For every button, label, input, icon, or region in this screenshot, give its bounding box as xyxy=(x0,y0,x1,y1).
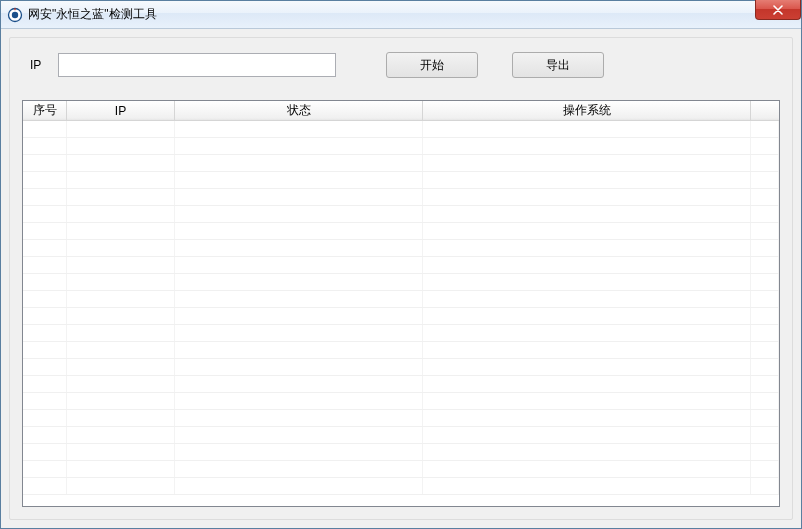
table-cell-empty xyxy=(67,206,175,222)
table-cell-empty xyxy=(175,444,423,460)
table-cell-empty xyxy=(175,138,423,154)
table-cell-empty xyxy=(423,121,751,137)
col-header-os[interactable]: 操作系统 xyxy=(423,101,751,120)
table-cell-empty xyxy=(751,155,779,171)
table-cell-empty xyxy=(67,138,175,154)
table-row-empty xyxy=(23,155,779,172)
table-cell-empty xyxy=(751,172,779,188)
table-row-empty xyxy=(23,291,779,308)
table-row-empty xyxy=(23,223,779,240)
table-cell-empty xyxy=(175,155,423,171)
client-area: IP 开始 导出 序号 IP 状态 操作系统 xyxy=(1,29,801,528)
table-cell-empty xyxy=(23,461,67,477)
col-header-ip[interactable]: IP xyxy=(67,101,175,120)
table-cell-empty xyxy=(67,478,175,494)
table-cell-empty xyxy=(67,257,175,273)
table-cell-empty xyxy=(23,189,67,205)
table-cell-empty xyxy=(23,223,67,239)
table-cell-empty xyxy=(751,121,779,137)
table-cell-empty xyxy=(751,461,779,477)
table-cell-empty xyxy=(67,240,175,256)
table-body[interactable] xyxy=(23,121,779,506)
col-header-status[interactable]: 状态 xyxy=(175,101,423,120)
table-cell-empty xyxy=(751,444,779,460)
table-cell-empty xyxy=(423,410,751,426)
table-cell-empty xyxy=(751,308,779,324)
table-cell-empty xyxy=(23,291,67,307)
table-cell-empty xyxy=(23,376,67,392)
table-cell-empty xyxy=(67,376,175,392)
table-cell-empty xyxy=(751,376,779,392)
table-cell-empty xyxy=(67,172,175,188)
table-cell-empty xyxy=(751,240,779,256)
table-cell-empty xyxy=(175,274,423,290)
results-table[interactable]: 序号 IP 状态 操作系统 xyxy=(22,100,780,507)
table-cell-empty xyxy=(751,325,779,341)
table-cell-empty xyxy=(23,138,67,154)
titlebar[interactable]: 网安"永恒之蓝"检测工具 xyxy=(1,1,801,29)
ip-input[interactable] xyxy=(58,53,336,77)
table-cell-empty xyxy=(23,393,67,409)
export-button[interactable]: 导出 xyxy=(512,52,604,78)
table-cell-empty xyxy=(23,172,67,188)
table-cell-empty xyxy=(751,291,779,307)
table-row-empty xyxy=(23,359,779,376)
table-cell-empty xyxy=(23,206,67,222)
col-header-seq[interactable]: 序号 xyxy=(23,101,67,120)
table-cell-empty xyxy=(23,444,67,460)
table-cell-empty xyxy=(423,342,751,358)
table-cell-empty xyxy=(67,325,175,341)
table-row-empty xyxy=(23,376,779,393)
table-cell-empty xyxy=(23,240,67,256)
table-header: 序号 IP 状态 操作系统 xyxy=(23,101,779,121)
table-cell-empty xyxy=(175,393,423,409)
table-row-empty xyxy=(23,410,779,427)
table-cell-empty xyxy=(67,393,175,409)
table-cell-empty xyxy=(423,444,751,460)
table-cell-empty xyxy=(751,274,779,290)
table-cell-empty xyxy=(423,189,751,205)
col-header-pad[interactable] xyxy=(751,101,779,120)
table-cell-empty xyxy=(175,478,423,494)
table-row-empty xyxy=(23,393,779,410)
table-cell-empty xyxy=(67,410,175,426)
table-row-empty xyxy=(23,478,779,495)
table-cell-empty xyxy=(423,461,751,477)
table-cell-empty xyxy=(175,257,423,273)
table-cell-empty xyxy=(67,189,175,205)
table-row-empty xyxy=(23,121,779,138)
table-cell-empty xyxy=(751,138,779,154)
close-button[interactable] xyxy=(755,0,801,20)
table-cell-empty xyxy=(423,206,751,222)
table-cell-empty xyxy=(751,478,779,494)
table-cell-empty xyxy=(23,342,67,358)
svg-rect-2 xyxy=(14,8,15,10)
table-cell-empty xyxy=(751,359,779,375)
table-cell-empty xyxy=(175,410,423,426)
table-row-empty xyxy=(23,274,779,291)
table-cell-empty xyxy=(751,206,779,222)
table-cell-empty xyxy=(423,478,751,494)
table-cell-empty xyxy=(175,308,423,324)
table-cell-empty xyxy=(67,308,175,324)
main-group: IP 开始 导出 序号 IP 状态 操作系统 xyxy=(9,37,793,520)
table-cell-empty xyxy=(23,257,67,273)
table-cell-empty xyxy=(423,325,751,341)
table-cell-empty xyxy=(423,172,751,188)
table-cell-empty xyxy=(175,240,423,256)
table-cell-empty xyxy=(175,427,423,443)
table-cell-empty xyxy=(23,155,67,171)
table-cell-empty xyxy=(751,223,779,239)
app-window: 网安"永恒之蓝"检测工具 IP 开始 导出 序号 IP 状态 操 xyxy=(0,0,802,529)
table-cell-empty xyxy=(423,308,751,324)
table-cell-empty xyxy=(175,342,423,358)
table-cell-empty xyxy=(23,274,67,290)
table-cell-empty xyxy=(751,427,779,443)
table-cell-empty xyxy=(23,359,67,375)
table-row-empty xyxy=(23,257,779,274)
table-cell-empty xyxy=(23,308,67,324)
start-button[interactable]: 开始 xyxy=(386,52,478,78)
table-cell-empty xyxy=(175,206,423,222)
table-cell-empty xyxy=(175,359,423,375)
table-cell-empty xyxy=(23,427,67,443)
